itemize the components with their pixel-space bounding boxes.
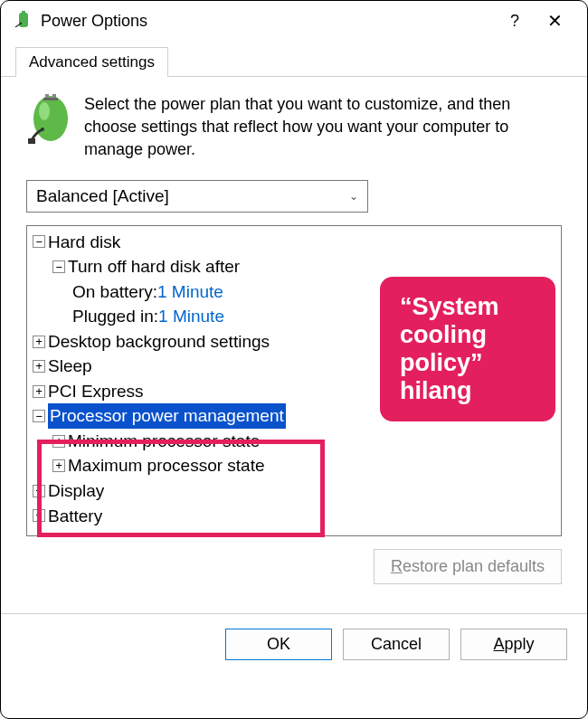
- cancel-button[interactable]: Cancel: [343, 629, 450, 660]
- expand-icon[interactable]: +: [33, 360, 45, 373]
- collapse-icon[interactable]: −: [33, 235, 45, 248]
- svg-rect-7: [43, 98, 58, 100]
- collapse-icon[interactable]: −: [52, 260, 65, 273]
- on-battery-value[interactable]: 1 Minute: [157, 279, 223, 305]
- plugged-in-value[interactable]: 1 Minute: [158, 304, 224, 329]
- close-icon: ✕: [547, 10, 563, 32]
- restore-row: Restore plan defaults: [26, 549, 562, 584]
- titlebar: Power Options ? ✕: [1, 1, 587, 41]
- tree-node-hard-disk[interactable]: −Hard disk: [33, 230, 555, 255]
- collapse-icon[interactable]: −: [33, 410, 45, 422]
- processor-label-selected: Processor power management: [48, 403, 286, 429]
- svg-point-9: [41, 128, 44, 131]
- close-button[interactable]: ✕: [535, 5, 574, 37]
- plan-selected-label: Balanced [Active]: [36, 186, 169, 206]
- tree-node-battery[interactable]: +Battery: [33, 504, 555, 529]
- description-text: Select the power plan that you want to c…: [84, 93, 562, 162]
- tab-advanced-settings[interactable]: Advanced settings: [15, 47, 168, 77]
- expand-icon[interactable]: +: [33, 336, 45, 348]
- tab-bar: Advanced settings: [1, 46, 587, 77]
- power-options-icon: [14, 11, 33, 31]
- svg-rect-0: [19, 13, 28, 27]
- expand-icon[interactable]: +: [33, 509, 45, 522]
- svg-rect-8: [28, 138, 35, 144]
- expand-icon[interactable]: +: [33, 485, 45, 497]
- svg-rect-1: [22, 11, 25, 14]
- annotation-callout: “System cooling policy” hilang: [380, 277, 555, 421]
- svg-point-4: [39, 102, 50, 120]
- svg-point-2: [20, 23, 22, 24]
- help-button[interactable]: ?: [495, 5, 535, 37]
- expand-icon[interactable]: +: [52, 435, 65, 448]
- description-row: Select the power plan that you want to c…: [26, 93, 562, 162]
- power-plan-icon: [26, 93, 75, 162]
- dialog-buttons: OK Cancel Apply: [1, 614, 587, 675]
- tree-node-turn-off-hdd[interactable]: −Turn off hard disk after: [33, 254, 555, 279]
- expand-icon[interactable]: +: [52, 459, 65, 472]
- window-title: Power Options: [41, 12, 495, 31]
- ok-button[interactable]: OK: [225, 629, 332, 660]
- restore-defaults-button[interactable]: Restore plan defaults: [374, 549, 562, 584]
- tree-node-min-processor[interactable]: +Minimum processor state: [33, 429, 555, 454]
- tree-node-display[interactable]: +Display: [33, 478, 555, 504]
- plan-dropdown[interactable]: Balanced [Active] ⌄: [26, 180, 368, 213]
- chevron-down-icon: ⌄: [349, 190, 358, 203]
- tree-node-max-processor[interactable]: +Maximum processor state: [33, 453, 555, 478]
- expand-icon[interactable]: +: [33, 385, 45, 398]
- apply-button[interactable]: Apply: [460, 629, 567, 660]
- svg-point-3: [33, 96, 68, 141]
- callout-text: “System cooling policy” hilang: [400, 293, 499, 404]
